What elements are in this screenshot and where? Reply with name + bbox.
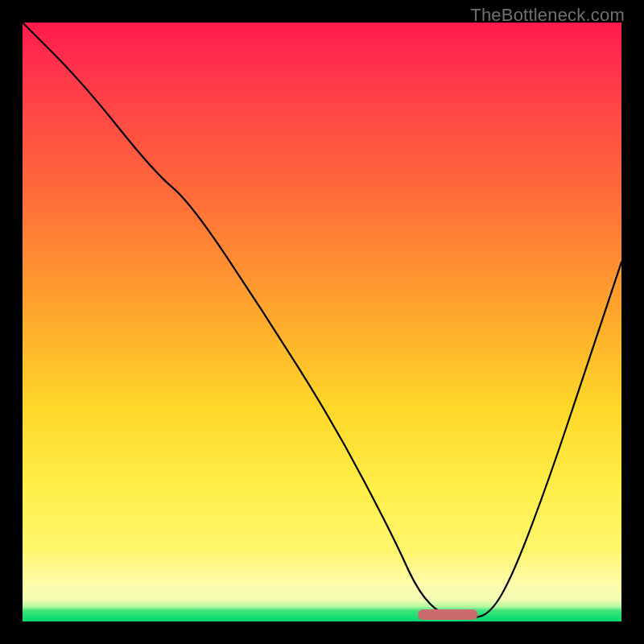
optimal-marker xyxy=(418,609,477,620)
watermark-text: TheBottleneck.com xyxy=(470,5,625,26)
bottleneck-curve xyxy=(23,23,621,617)
chart-frame: TheBottleneck.com xyxy=(0,0,644,644)
chart-overlay xyxy=(23,23,621,621)
